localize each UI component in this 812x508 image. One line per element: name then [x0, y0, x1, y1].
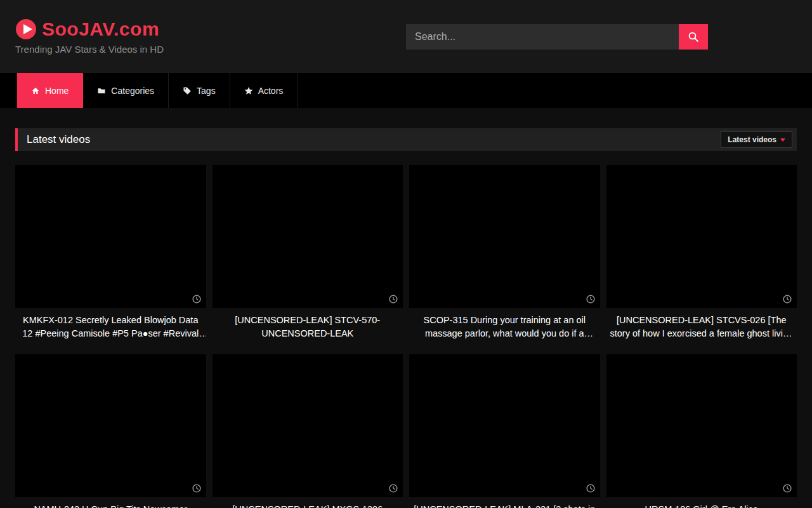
video-card[interactable]: URSM-186 Girl @ Era Alice	[606, 354, 797, 508]
video-thumbnail[interactable]	[409, 165, 600, 308]
video-card[interactable]: SCOP-315 During your training at an oil …	[409, 165, 600, 340]
clock-icon	[783, 484, 792, 493]
video-title[interactable]: [UNCENSORED-LEAK] STCV-570-UNCENSORED-LE…	[213, 314, 403, 340]
video-thumbnail[interactable]	[213, 165, 403, 308]
logo-text[interactable]: SooJAV.com	[42, 18, 159, 40]
search-icon	[688, 31, 699, 43]
sort-dropdown-label: Latest videos	[728, 135, 776, 144]
section-header: Latest videos Latest videos	[15, 128, 797, 151]
video-thumbnail[interactable]	[15, 165, 206, 308]
video-thumbnail[interactable]	[606, 165, 797, 308]
tag-icon	[183, 86, 192, 95]
video-card[interactable]: NAMH-042 H Cup Big Tits Newcomer (170cm …	[15, 354, 206, 508]
nav-item-categories[interactable]: Categories	[83, 73, 169, 108]
clock-icon	[586, 295, 595, 304]
site-header: SooJAV.com Trending JAV Stars & Videos i…	[0, 0, 812, 73]
video-thumbnail[interactable]	[213, 354, 403, 497]
nav-label: Tags	[197, 86, 216, 96]
main-nav: Home Categories Tags Actors	[0, 73, 812, 108]
nav-label: Home	[45, 86, 69, 96]
star-icon	[244, 86, 253, 95]
video-thumbnail[interactable]	[606, 354, 797, 497]
nav-item-tags[interactable]: Tags	[169, 73, 230, 108]
clock-icon	[192, 295, 201, 304]
nav-label: Actors	[258, 86, 284, 96]
video-card[interactable]: [UNCENSORED-LEAK] STCVS-026 [The story o…	[606, 165, 797, 340]
home-icon	[31, 86, 40, 95]
video-card[interactable]: [UNCENSORED-LEAK] STCV-570-UNCENSORED-LE…	[213, 165, 403, 340]
video-grid: KMKFX-012 Secretly Leaked Blowjob Data 1…	[15, 165, 797, 508]
sort-dropdown-button[interactable]: Latest videos	[721, 131, 792, 148]
video-title[interactable]: KMKFX-012 Secretly Leaked Blowjob Data 1…	[15, 314, 206, 340]
site-logo[interactable]: SooJAV.com	[15, 18, 164, 40]
video-title[interactable]: [UNCENSORED-LEAK] STCVS-026 [The story o…	[606, 314, 797, 340]
video-title[interactable]: [UNCENSORED-LEAK] MLA-231 [3 shots in	[409, 503, 600, 508]
video-thumbnail[interactable]	[409, 354, 600, 497]
video-card[interactable]: KMKFX-012 Secretly Leaked Blowjob Data 1…	[15, 165, 206, 340]
video-card[interactable]: [UNCENSORED-LEAK] MXGS-1306 Absolutely	[213, 354, 403, 508]
clock-icon	[586, 484, 595, 493]
logo-block: SooJAV.com Trending JAV Stars & Videos i…	[15, 18, 164, 55]
search-button[interactable]	[679, 24, 708, 50]
search-input[interactable]	[406, 24, 679, 50]
search-bar	[406, 24, 708, 50]
clock-icon	[389, 484, 398, 493]
video-title[interactable]: [UNCENSORED-LEAK] MXGS-1306 Absolutely	[213, 503, 403, 508]
video-thumbnail[interactable]	[15, 354, 206, 497]
folder-icon	[97, 86, 106, 95]
play-logo-icon	[15, 18, 37, 40]
section-title: Latest videos	[15, 133, 90, 146]
chevron-down-icon	[780, 138, 785, 142]
video-title[interactable]: NAMH-042 H Cup Big Tits Newcomer (170cm …	[15, 503, 206, 508]
nav-item-actors[interactable]: Actors	[230, 73, 298, 108]
nav-label: Categories	[111, 86, 154, 96]
video-card[interactable]: [UNCENSORED-LEAK] MLA-231 [3 shots in	[409, 354, 600, 508]
video-title[interactable]: URSM-186 Girl @ Era Alice	[606, 503, 797, 508]
video-title[interactable]: SCOP-315 During your training at an oil …	[409, 314, 600, 340]
clock-icon	[389, 295, 398, 304]
clock-icon	[192, 484, 201, 493]
site-tagline: Trending JAV Stars & Videos in HD	[15, 44, 164, 55]
clock-icon	[783, 295, 792, 304]
nav-item-home[interactable]: Home	[16, 73, 83, 108]
